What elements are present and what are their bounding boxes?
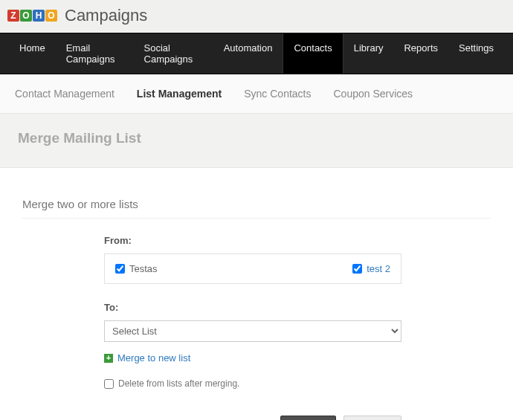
nav-social-campaigns[interactable]: Social Campaigns	[134, 33, 213, 74]
nav-contacts[interactable]: Contacts	[283, 33, 343, 74]
nav-email-campaigns[interactable]: Email Campaigns	[56, 33, 134, 74]
brand-bar: ZOHO Campaigns	[0, 0, 513, 33]
delete-after-merge[interactable]: Delete from lists after merging.	[104, 378, 401, 389]
nav-home[interactable]: Home	[9, 33, 56, 74]
from-checkbox-1[interactable]	[352, 264, 362, 274]
subnav-contact-management[interactable]: Contact Management	[15, 88, 114, 100]
from-label: From:	[104, 235, 401, 246]
subnav-coupon-services[interactable]: Coupon Services	[333, 88, 413, 100]
content-area: Merge two or more lists From: Testas tes…	[0, 168, 513, 420]
brand-title: Campaigns	[65, 6, 147, 25]
plus-icon: +	[104, 354, 113, 363]
merge-new-label: Merge to new list	[117, 352, 190, 364]
from-item-1[interactable]: test 2	[352, 263, 390, 274]
from-item-0[interactable]: Testas	[115, 263, 158, 274]
section-title: Merge two or more lists	[22, 198, 491, 219]
from-item-1-label: test 2	[367, 263, 390, 274]
merge-form: From: Testas test 2 To: Select List + Me…	[104, 235, 401, 420]
merge-button[interactable]: Merge	[280, 416, 336, 420]
sub-nav: Contact Management List Management Sync …	[0, 74, 513, 113]
from-box: Testas test 2	[104, 253, 401, 284]
merge-to-new-list[interactable]: + Merge to new list	[104, 352, 401, 364]
main-nav: Home Email Campaigns Social Campaigns Au…	[0, 33, 513, 74]
page-header: Merge Mailing List	[0, 113, 513, 168]
nav-settings[interactable]: Settings	[448, 33, 504, 74]
nav-library[interactable]: Library	[343, 33, 394, 74]
delete-label: Delete from lists after merging.	[118, 378, 239, 389]
page-title: Merge Mailing List	[18, 130, 495, 146]
to-label: To:	[104, 302, 401, 313]
to-select-wrap: Select List	[104, 320, 401, 342]
nav-reports[interactable]: Reports	[393, 33, 448, 74]
from-checkbox-0[interactable]	[115, 264, 125, 274]
nav-automation[interactable]: Automation	[213, 33, 283, 74]
delete-checkbox[interactable]	[104, 379, 114, 389]
button-row: Merge Cancel	[104, 416, 401, 420]
zoho-logo: ZOHO	[7, 10, 57, 22]
subnav-list-management[interactable]: List Management	[137, 88, 222, 100]
to-select[interactable]: Select List	[104, 320, 401, 342]
subnav-sync-contacts[interactable]: Sync Contacts	[244, 88, 311, 100]
cancel-button[interactable]: Cancel	[343, 416, 401, 420]
from-item-0-label: Testas	[129, 263, 158, 274]
